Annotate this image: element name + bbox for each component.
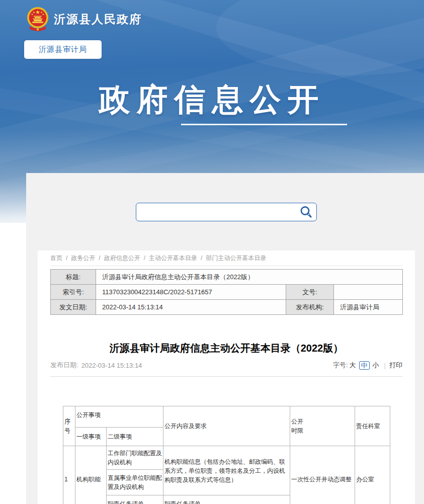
breadcrumb-home[interactable]: 首页 — [50, 255, 62, 262]
disclosure-catalog-table: 序号 公开事项 公开内容及要求 公开 时限 责任科室 一级事项 二级事项 1 机… — [63, 406, 390, 504]
site-brand[interactable]: 沂源县人民政府 — [26, 7, 142, 32]
cell-level2-a: 工作部门职能配置及内设机构 — [107, 446, 163, 470]
font-size-small-button[interactable]: 小 — [373, 361, 379, 370]
breadcrumb-zhengwu[interactable]: 政务公开 — [71, 255, 95, 262]
banner-title: 政府信息公开 — [0, 78, 424, 121]
cell-content-c: 职责任务清单 — [163, 495, 290, 504]
cell-department: 办公室 — [355, 446, 390, 504]
breadcrumb-separator: / — [201, 255, 202, 262]
publish-date-value: 2022-03-14 15:13:14 — [81, 362, 142, 369]
national-emblem-icon — [26, 7, 49, 32]
publish-date-label: 发布日期: — [50, 361, 78, 370]
search-icon — [299, 205, 313, 219]
article-divider — [50, 376, 402, 377]
header-department: 责任科室 — [355, 406, 390, 446]
font-size-medium-button[interactable]: 中 — [359, 361, 370, 370]
catalog-header-row-1: 序号 公开事项 公开内容及要求 公开 时限 责任科室 — [63, 406, 390, 428]
article-card: 首页/政务公开/政府信息公开/主动公开基本目录/部门主动公开基本目录 标题: 沂… — [38, 250, 415, 504]
font-size-label: 字号: — [333, 361, 348, 370]
content-panel: 首页/政务公开/政府信息公开/主动公开基本目录/部门主动公开基本目录 标题: 沂… — [26, 173, 424, 504]
meta-row-index: 索引号: 11370323004223148C/2022-5171657 文号: — [51, 285, 403, 300]
print-button[interactable]: 打印 — [389, 361, 402, 370]
meta-org-value: 沂源县审计局 — [334, 300, 403, 315]
meta-index-label: 索引号: — [51, 285, 96, 300]
header-level1: 一级事项 — [75, 428, 107, 446]
search-box — [136, 203, 317, 221]
header-matters: 公开事项 — [75, 406, 163, 428]
catalog-row-1a: 1 机构职能 工作部门职能配置及内设机构 机构职能信息（包括办公地址、邮政编码、… — [63, 446, 390, 470]
site-name[interactable]: 沂源县人民政府 — [54, 12, 142, 27]
publish-row: 发布日期: 2022-03-14 15:13:14 字号: 大 中 小 | 打印 — [50, 360, 402, 370]
page-title: 沂源县审计局政府信息主动公开基本目录（2022版） — [50, 342, 402, 355]
cell-time-limit: 一次性公开并动态调整 — [290, 446, 355, 504]
header-level2: 二级事项 — [107, 428, 163, 446]
breadcrumb-divider — [50, 266, 402, 266]
breadcrumb-bumen-mulu[interactable]: 部门主动公开基本目录 — [206, 255, 266, 262]
breadcrumb-xinxi[interactable]: 政府信息公开 — [104, 255, 140, 262]
meta-date-label: 发文日期: — [51, 300, 96, 315]
search-input[interactable] — [141, 204, 299, 220]
font-size-controls: 字号: 大 中 小 | 打印 — [333, 361, 402, 370]
meta-title-value: 沂源县审计局政府信息主动公开基本目录（2022版） — [96, 270, 403, 285]
meta-docnum-value — [334, 285, 403, 300]
header-content: 公开内容及要求 — [163, 406, 290, 446]
header-seq: 序号 — [63, 406, 75, 446]
department-badge-label: 沂源县审计局 — [39, 45, 87, 54]
meta-org-label: 发布机构: — [286, 300, 334, 315]
meta-docnum-label: 文号: — [286, 285, 334, 300]
cell-content-ab: 机构职能信息（包括办公地址、邮政编码、联系方式，单位职责，领导姓名及分工，内设机… — [163, 446, 290, 495]
cell-level2-b: 直属事业单位职能配置及内设机构 — [107, 470, 163, 495]
department-badge[interactable]: 沂源县审计局 — [24, 40, 102, 59]
meta-index-value: 11370323004223148C/2022-5171657 — [96, 285, 286, 300]
font-size-large-button[interactable]: 大 — [350, 361, 356, 370]
breadcrumb: 首页/政务公开/政府信息公开/主动公开基本目录/部门主动公开基本目录 — [50, 254, 402, 263]
meta-title-label: 标题: — [51, 270, 96, 285]
cell-seq: 1 — [63, 446, 75, 504]
meta-row-title: 标题: 沂源县审计局政府信息主动公开基本目录（2022版） — [51, 270, 403, 285]
breadcrumb-mulu[interactable]: 主动公开基本目录 — [149, 255, 197, 262]
document-meta-table: 标题: 沂源县审计局政府信息主动公开基本目录（2022版） 索引号: 11370… — [50, 269, 403, 315]
cell-level1: 机构职能 — [75, 446, 107, 504]
banner-title-underline — [181, 124, 347, 125]
breadcrumb-separator: / — [144, 255, 145, 262]
breadcrumb-separator: / — [99, 255, 100, 262]
breadcrumb-separator: / — [66, 255, 67, 262]
font-print-divider: | — [384, 362, 386, 369]
header-time-limit: 公开 时限 — [290, 406, 355, 446]
meta-date-value: 2022-03-14 15:13:14 — [96, 300, 286, 315]
cell-level2-c: 职责任务清单 — [107, 495, 163, 504]
search-button[interactable] — [299, 205, 316, 219]
meta-row-date: 发文日期: 2022-03-14 15:13:14 发布机构: 沂源县审计局 — [51, 300, 403, 315]
